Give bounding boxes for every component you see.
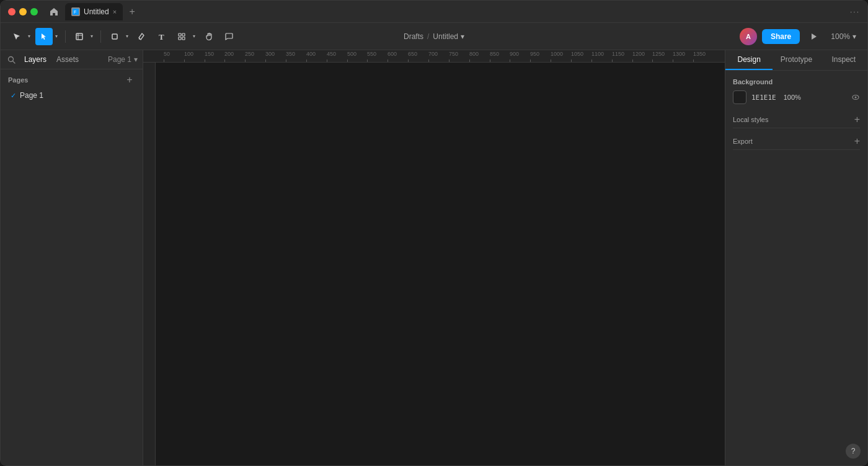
components-tool-group: ▾ (173, 28, 198, 45)
ruler-tick-line (652, 59, 653, 62)
minimize-button[interactable] (19, 8, 27, 15)
ruler-horizontal: 5010015020025030035040045050055060065070… (143, 50, 725, 63)
pen-tool-button[interactable] (133, 28, 151, 45)
svg-rect-10 (182, 37, 185, 40)
tab-close-icon[interactable]: × (113, 8, 117, 15)
components-tool-dropdown[interactable]: ▾ (190, 28, 198, 45)
canvas-area[interactable]: 5010015020025030035040045050055060065070… (143, 50, 725, 466)
frame-tool-dropdown[interactable]: ▾ (88, 28, 95, 45)
background-visibility-icon[interactable] (851, 93, 860, 102)
canvas-content[interactable] (156, 63, 725, 466)
shape-tool-group: ▾ (106, 28, 131, 45)
ruler-tick: 1200 (632, 51, 645, 57)
svg-rect-7 (179, 33, 181, 36)
ruler-tick: 1350 (693, 51, 706, 57)
ruler-tick-line (449, 59, 450, 62)
tab-label: Untitled (84, 7, 109, 16)
breadcrumb-page-label: Untitled (433, 32, 458, 41)
add-local-style-button[interactable]: + (854, 114, 860, 125)
design-tab[interactable]: Design (725, 50, 773, 70)
ruler-tick-line (164, 59, 164, 62)
ruler-tick-line (265, 59, 266, 62)
ruler-tick: 450 (327, 51, 336, 57)
page-1-item[interactable]: ✓ Page 1 (8, 89, 135, 102)
ruler-tick-line (428, 59, 429, 62)
ruler-tick: 200 (224, 51, 234, 57)
svg-text:T: T (159, 32, 164, 41)
ruler-tick: 300 (265, 51, 275, 57)
select-tool-dropdown[interactable]: ▾ (53, 28, 60, 45)
search-icon[interactable] (6, 54, 17, 65)
layers-tab[interactable]: Layers (22, 54, 49, 65)
page-selector[interactable]: Page 1 ▾ (108, 55, 138, 64)
ruler-tick: 100 (184, 51, 193, 57)
ruler-tick: 950 (530, 51, 539, 57)
ruler-tick-line (205, 59, 205, 62)
zoom-control[interactable]: 100% ▾ (827, 30, 860, 43)
ruler-tick-line (184, 59, 185, 62)
comment-tool-button[interactable] (220, 28, 237, 45)
ruler-tick-line (245, 59, 246, 62)
breadcrumb: Drafts / Untitled ▾ (404, 32, 464, 41)
present-button[interactable] (805, 28, 822, 45)
ruler-tick-line (408, 59, 409, 62)
text-tool-button[interactable]: T (153, 28, 170, 45)
page-1-label: Page 1 (20, 91, 43, 100)
ruler-tick-line (571, 59, 572, 62)
main-layout: Layers Assets Page 1 ▾ Pages + ✓ Page 1 … (1, 50, 867, 466)
zoom-label: 100% (831, 32, 850, 41)
home-tab[interactable] (45, 3, 63, 20)
ruler-tick: 700 (428, 51, 438, 57)
ruler-tick: 50 (164, 51, 170, 57)
new-tab-button[interactable]: + (125, 5, 139, 19)
maximize-button[interactable] (30, 8, 38, 15)
ruler-tick: 1250 (652, 51, 665, 57)
prototype-tab[interactable]: Prototype (773, 50, 820, 70)
inspect-tab[interactable]: Inspect (820, 50, 867, 70)
move-tool-button[interactable] (8, 28, 25, 45)
hand-tool-button[interactable] (200, 28, 218, 45)
ruler-tick: 850 (490, 51, 499, 57)
select-tool-button[interactable] (35, 28, 53, 45)
right-panel: Design Prototype Inspect Background 1E1E… (725, 50, 867, 466)
ruler-tick-line (286, 59, 286, 62)
close-button[interactable] (8, 8, 16, 15)
add-page-button[interactable]: + (124, 74, 135, 86)
active-tab[interactable]: F Untitled × (65, 3, 123, 20)
move-tool-dropdown[interactable]: ▾ (25, 28, 33, 45)
breadcrumb-drafts: Drafts (404, 32, 423, 41)
ruler-tick-line (490, 59, 490, 62)
page-selector-chevron: ▾ (134, 55, 138, 64)
assets-tab[interactable]: Assets (54, 54, 81, 65)
svg-point-14 (855, 97, 857, 99)
background-color-swatch[interactable] (733, 90, 746, 104)
pages-title: Pages (8, 76, 28, 84)
breadcrumb-page-button[interactable]: Untitled ▾ (433, 32, 464, 41)
ruler-tick: 400 (306, 51, 316, 57)
local-styles-label: Local styles (733, 116, 768, 123)
more-menu-button[interactable]: ··· (850, 7, 860, 16)
breadcrumb-chevron-icon: ▾ (461, 32, 464, 41)
pages-header: Pages + (8, 74, 135, 86)
share-button[interactable]: Share (762, 29, 800, 44)
ruler-tick: 1000 (551, 51, 563, 57)
svg-text:F: F (74, 10, 76, 14)
svg-rect-8 (182, 33, 185, 36)
avatar: A (740, 28, 757, 45)
add-export-button[interactable]: + (854, 136, 860, 147)
page-checkmark-icon: ✓ (11, 92, 16, 100)
components-tool-button[interactable] (173, 28, 190, 45)
ruler-tick: 600 (388, 51, 397, 57)
ruler-tick: 250 (245, 51, 254, 57)
shape-tool-dropdown[interactable]: ▾ (123, 28, 131, 45)
ruler-tick-line (510, 59, 510, 62)
ruler-tick-line (612, 59, 613, 62)
frame-tool-button[interactable] (71, 28, 88, 45)
toolbar: ▾ ▾ ▾ (1, 23, 867, 50)
title-bar: F Untitled × + ··· (1, 1, 867, 23)
background-row: 1E1E1E 100% (733, 90, 860, 104)
shape-tool-button[interactable] (106, 28, 123, 45)
ruler-tick-line (367, 59, 368, 62)
select-tool-group: ▾ (35, 28, 60, 45)
help-button[interactable]: ? (846, 444, 861, 459)
